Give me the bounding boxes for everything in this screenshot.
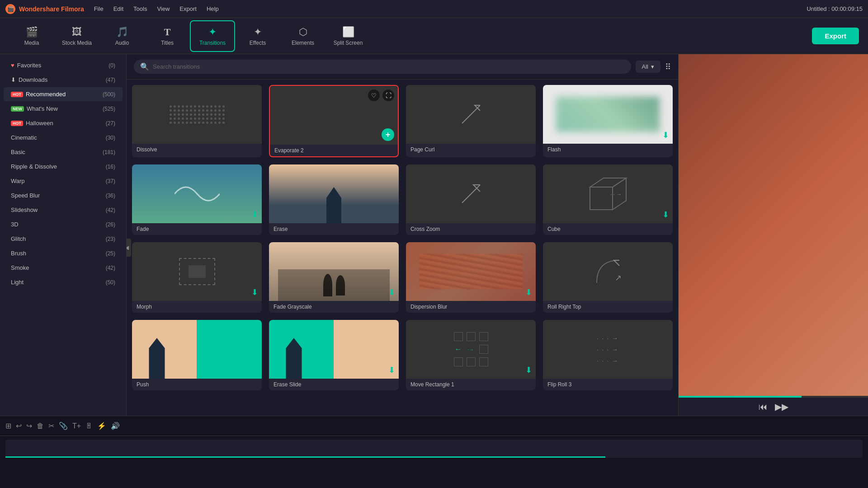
erase-building	[321, 187, 346, 223]
timeline-grid-button[interactable]: ⊞	[5, 422, 11, 430]
timeline-text-button[interactable]: T+	[72, 422, 81, 430]
cube-download-icon[interactable]: ⬇	[662, 210, 669, 220]
sidebar-item-warp[interactable]: Warp (37)	[4, 174, 123, 188]
toolbar-stock-media[interactable]: 🖼 Stock Media	[54, 20, 99, 52]
transition-card-cube[interactable]: · · → ⬇ Cube	[543, 164, 673, 235]
audio-icon: 🎵	[116, 26, 128, 38]
menu-help[interactable]: Help	[206, 4, 220, 14]
playback-rewind-button[interactable]: ⏮	[759, 402, 768, 412]
fadegrayscale-download-icon[interactable]: ⬇	[388, 287, 395, 297]
search-input[interactable]	[153, 63, 625, 70]
toolbar-media-label: Media	[24, 40, 39, 46]
sidebar-item-recommended[interactable]: HOT Recommended (500)	[4, 87, 123, 101]
transition-card-crosszoom[interactable]: Cross Zoom	[406, 164, 536, 235]
timeline-progress-bar	[5, 456, 863, 458]
timeline-delete-button[interactable]: 🗑	[37, 422, 44, 430]
timeline-filter-button[interactable]: 🎚	[85, 422, 93, 430]
menu-view[interactable]: View	[156, 4, 170, 14]
media-icon: 🎬	[26, 26, 38, 38]
sidebar-item-whats-new[interactable]: NEW What's New (525)	[4, 102, 123, 116]
menu-edit[interactable]: Edit	[113, 4, 124, 14]
transition-card-dispersionblur[interactable]: ⬇ Dispersion Blur	[406, 242, 536, 313]
toolbar-split-screen[interactable]: ⬜ Split Screen	[326, 20, 371, 52]
transition-card-push[interactable]: ⬇ Push	[132, 320, 262, 390]
sidebar-item-halloween[interactable]: HOT Halloween (27)	[4, 116, 123, 130]
toolbar-titles[interactable]: T Titles	[145, 20, 190, 52]
stock-media-icon: 🖼	[72, 26, 82, 38]
transition-card-dissolve[interactable]: Dissolve	[132, 85, 262, 157]
fade-download-icon[interactable]: ⬇	[251, 210, 258, 220]
hot-badge-halloween: HOT	[11, 121, 23, 126]
timeline-audio-button[interactable]: 🔊	[111, 422, 120, 430]
moverect-download-icon[interactable]: ⬇	[525, 365, 532, 375]
sidebar-item-downloads[interactable]: ⬇ Downloads (47)	[4, 73, 123, 87]
flash-download-icon[interactable]: ⬇	[662, 130, 669, 140]
sidebar-item-cinematic[interactable]: Cinematic (30)	[4, 131, 123, 145]
toolbar-audio[interactable]: 🎵 Audio	[99, 20, 145, 52]
card-actions-evaporate: ♡ ⛶	[368, 89, 394, 101]
timeline-cut-button[interactable]: ✂	[48, 422, 54, 430]
sidebar-item-brush[interactable]: Brush (25)	[4, 246, 123, 260]
grid-toggle-button[interactable]: ⠿	[665, 62, 671, 72]
transition-card-fadegrayscale[interactable]: ⬇ Fade Grayscale	[269, 242, 399, 313]
sidebar-item-glitch[interactable]: Glitch (23)	[4, 232, 123, 246]
preview-progress-bar[interactable]	[679, 396, 868, 398]
sidebar-item-3d[interactable]: 3D (26)	[4, 217, 123, 231]
timeline-undo-button[interactable]: ↩	[16, 422, 22, 430]
menu-file[interactable]: File	[93, 4, 104, 14]
sidebar-item-light[interactable]: Light (50)	[4, 275, 123, 289]
dispersion-download-icon[interactable]: ⬇	[525, 287, 532, 297]
transition-card-fade[interactable]: ⬇ Fade	[132, 164, 262, 235]
transition-card-erase[interactable]: Erase	[269, 164, 399, 235]
morph-label: Morph	[132, 301, 262, 313]
favorite-icon[interactable]: ♡	[368, 89, 380, 101]
eraseslide-download-icon[interactable]: ⬇	[388, 365, 395, 375]
transition-card-morph[interactable]: ⬇ Morph	[132, 242, 262, 313]
transition-card-eraseslide[interactable]: ⬇ Erase Slide	[269, 320, 399, 390]
sidebar-item-slideshow[interactable]: Slideshow (42)	[4, 203, 123, 217]
playback-play-button[interactable]: ▶▶	[775, 401, 788, 412]
sidebar-smoke-count: (42)	[106, 265, 115, 271]
split-screen-icon: ⬜	[342, 26, 354, 38]
timeline-content	[0, 436, 868, 488]
collapse-panel-arrow[interactable]: ◀	[127, 239, 131, 257]
transition-card-evaporate2[interactable]: ♡ ⛶ + Evaporate 2	[269, 85, 399, 157]
sidebar-item-basic[interactable]: Basic (181)	[4, 145, 123, 159]
sidebar-item-smoke[interactable]: Smoke (42)	[4, 261, 123, 275]
sidebar-item-favorites[interactable]: ♥ Favorites (0)	[4, 58, 123, 72]
toolbar: 🎬 Media 🖼 Stock Media 🎵 Audio T Titles ✦…	[0, 18, 868, 54]
eraseslide-building	[283, 338, 305, 379]
timeline-redo-button[interactable]: ↪	[26, 422, 32, 430]
sidebar-brush-count: (25)	[106, 250, 115, 257]
push-download-icon[interactable]: ⬇	[251, 365, 258, 375]
chevron-down-icon: ▾	[651, 63, 654, 70]
fullscreen-icon[interactable]: ⛶	[382, 89, 394, 101]
evaporate2-label: Evaporate 2	[270, 145, 398, 156]
transition-card-rollrighttop[interactable]: ↗ Roll Right Top	[543, 242, 673, 313]
sidebar-basic-count: (181)	[103, 149, 115, 155]
toolbar-elements[interactable]: ⬡ Elements	[280, 20, 326, 52]
timeline-clip-button[interactable]: 📎	[59, 422, 68, 430]
add-to-timeline-button[interactable]: +	[382, 128, 394, 141]
timeline-split-button[interactable]: ⚡	[97, 422, 106, 430]
morph-download-icon[interactable]: ⬇	[251, 287, 258, 297]
pagecurl-label: Page Curl	[406, 144, 536, 155]
rollrighttop-thumb: ↗	[543, 242, 673, 301]
transition-card-fliproll3[interactable]: · · · → · · · → · · · → Flip Roll 3	[543, 320, 673, 390]
transition-card-moverect1[interactable]: ← ·→ ⬇ Move Rectangle 1	[406, 320, 536, 390]
fadegrayscale-label: Fade Grayscale	[269, 301, 399, 313]
menu-export[interactable]: Export	[179, 4, 198, 14]
transition-card-pagecurl[interactable]: Page Curl	[406, 85, 536, 157]
pagecurl-thumb	[406, 85, 536, 144]
menu-tools[interactable]: Tools	[132, 4, 148, 14]
filter-dropdown[interactable]: All ▾	[636, 61, 660, 73]
sidebar-item-speed-blur[interactable]: Speed Blur (36)	[4, 188, 123, 202]
export-button[interactable]: Export	[812, 28, 859, 44]
fg-person1	[323, 274, 332, 296]
rect-box-7	[454, 357, 463, 366]
toolbar-media[interactable]: 🎬 Media	[9, 20, 54, 52]
toolbar-effects[interactable]: ✦ Effects	[235, 20, 280, 52]
sidebar-item-ripple[interactable]: Ripple & Dissolve (16)	[4, 160, 123, 174]
toolbar-transitions[interactable]: ✦ Transitions	[190, 20, 235, 52]
transition-card-flash[interactable]: ⬇ Flash	[543, 85, 673, 157]
